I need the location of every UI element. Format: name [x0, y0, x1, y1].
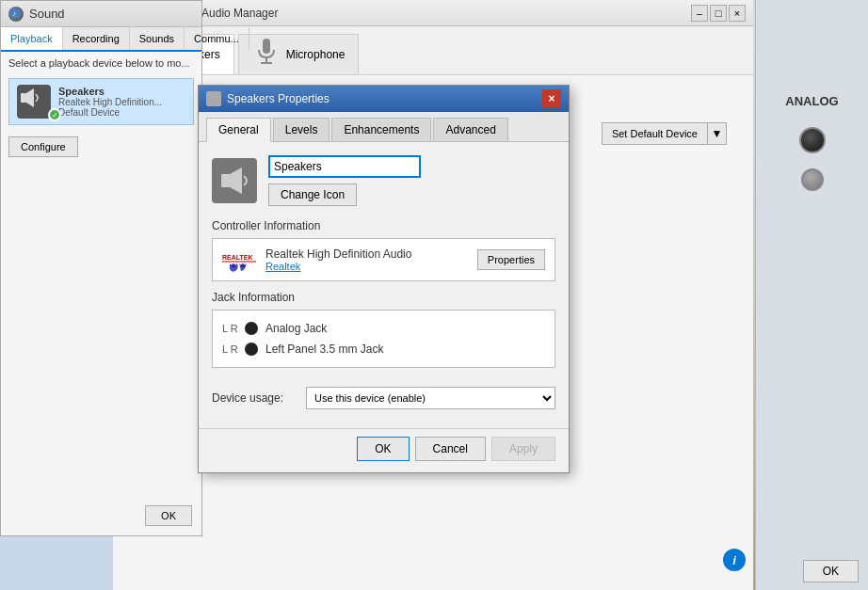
realtek-close-btn[interactable]: ×	[729, 5, 746, 22]
realtek-titlebar: ♪ Realtek HD Audio Manager – □ ×	[113, 0, 753, 26]
jack-lr-2: L R	[222, 343, 245, 355]
dialog-body: Change Icon Controller Information REALT…	[199, 142, 569, 428]
sound-instruction: Select a playback device below to mo...	[1, 52, 201, 74]
dialog-apply-btn: Apply	[491, 437, 555, 461]
controller-name: Realtek High Definition Audio	[265, 247, 477, 261]
svg-rect-16	[221, 174, 230, 187]
name-area: Change Icon	[268, 155, 555, 206]
tab-advanced-dialog[interactable]: Advanced	[433, 118, 507, 141]
controller-properties-btn[interactable]: Properties	[477, 249, 545, 270]
svg-marker-17	[230, 167, 242, 194]
set-default-arrow-btn[interactable]: ▼	[708, 122, 727, 145]
svg-rect-7	[263, 39, 270, 54]
device-sub1: Realtek High Definition...	[58, 97, 162, 107]
tab-general[interactable]: General	[206, 118, 271, 142]
controller-section-label: Controller Information	[212, 219, 555, 232]
analog-panel: ANALOG	[755, 0, 868, 590]
tab-enhancements[interactable]: Enhancements	[331, 118, 431, 141]
svg-rect-12	[21, 93, 26, 103]
device-item-speaker-icon	[17, 85, 51, 119]
svg-marker-13	[26, 88, 34, 107]
tab-sounds[interactable]: Sounds	[130, 27, 185, 50]
dialog-title-text: Speakers Properties	[227, 92, 542, 105]
sound-tabs: Playback Recording Sounds Commu...	[1, 27, 201, 52]
controller-sub[interactable]: Realtek	[265, 261, 477, 272]
dialog-title-icon	[206, 91, 221, 106]
jack-label-1: Analog Jack	[265, 322, 327, 335]
svg-marker-15	[214, 94, 218, 104]
tab-communications[interactable]: Commu...	[185, 27, 249, 50]
controller-section-box: REALTEK Realtek High Definition Audio Re…	[212, 238, 555, 281]
set-default-btn[interactable]: Set Default Device	[602, 122, 708, 145]
jack-lr-1: L R	[222, 323, 245, 334]
sound-icon: ♪	[8, 7, 24, 22]
dialog-cancel-btn[interactable]: Cancel	[415, 437, 486, 461]
speakers-name-input[interactable]	[268, 155, 421, 178]
svg-rect-14	[209, 96, 214, 104]
device-item-speakers[interactable]: ✓ Speakers Realtek High Definition... De…	[8, 78, 194, 125]
jack-row-1: L R Analog Jack	[222, 318, 545, 339]
analog-knob-1	[799, 127, 826, 153]
svg-text:♪: ♪	[12, 9, 16, 18]
sound-title: Sound	[29, 7, 65, 21]
sound-ok-btn[interactable]: OK	[145, 505, 192, 526]
device-usage-row: Device usage: Use this device (enable) D…	[212, 377, 555, 415]
icon-name-row: Change Icon	[212, 155, 555, 206]
dialog-tabs: General Levels Enhancements Advanced	[199, 112, 569, 142]
controller-info: Realtek High Definition Audio Realtek	[265, 247, 477, 272]
dialog-titlebar: Speakers Properties ×	[199, 86, 569, 112]
realtek-maximize-btn[interactable]: □	[710, 5, 727, 22]
dialog-close-btn[interactable]: ×	[542, 89, 561, 108]
tab-recording[interactable]: Recording	[63, 27, 130, 50]
device-item-icon-wrapper: ✓	[17, 85, 58, 119]
default-device-check: ✓	[48, 108, 61, 121]
bottom-ok-btn[interactable]: OK	[803, 560, 859, 582]
jack-dot-1	[245, 322, 258, 335]
dialog-ok-btn[interactable]: OK	[357, 437, 409, 461]
svg-text:REALTEK: REALTEK	[222, 254, 253, 261]
microphone-tab-icon	[252, 40, 281, 69]
realtek-minimize-btn[interactable]: –	[691, 5, 708, 22]
device-usage-select[interactable]: Use this device (enable) Don't use this …	[306, 387, 555, 409]
dialog-footer: OK Cancel Apply	[199, 428, 569, 472]
svg-point-21	[241, 263, 245, 267]
jack-section-label: Jack Information	[212, 291, 555, 304]
realtek-title: Realtek HD Audio Manager	[141, 7, 689, 20]
svg-point-20	[232, 263, 235, 267]
analog-knob-2	[801, 168, 824, 191]
configure-btn[interactable]: Configure	[8, 136, 78, 157]
tab-microphone[interactable]: Microphone	[238, 34, 360, 74]
change-icon-btn[interactable]: Change Icon	[268, 183, 357, 206]
microphone-tab-label: Microphone	[286, 48, 346, 61]
set-default-area: Set Default Device ▼	[602, 122, 727, 145]
jack-row-2: L R Left Panel 3.5 mm Jack	[222, 339, 545, 359]
jack-label-2: Left Panel 3.5 mm Jack	[265, 343, 383, 356]
realtek-logo: REALTEK	[222, 247, 256, 273]
device-info: Speakers Realtek High Definition... Defa…	[58, 86, 162, 118]
device-usage-label: Device usage:	[212, 391, 306, 405]
device-sub2: Default Device	[58, 107, 162, 118]
jack-dot-2	[245, 343, 258, 356]
sound-titlebar: ♪ Sound	[1, 1, 201, 27]
tab-levels[interactable]: Levels	[273, 118, 330, 141]
analog-label: ANALOG	[785, 94, 838, 108]
device-name: Speakers	[58, 86, 162, 97]
sound-panel: ♪ Sound Playback Recording Sounds Commu.…	[0, 0, 202, 536]
speakers-properties-dialog: Speakers Properties × General Levels Enh…	[198, 85, 570, 473]
controller-row: REALTEK Realtek High Definition Audio Re…	[222, 247, 545, 273]
jack-section-box: L R Analog Jack L R Left Panel 3.5 mm Ja…	[212, 310, 555, 368]
info-btn[interactable]: i	[723, 549, 746, 571]
dialog-speaker-icon	[212, 158, 257, 203]
tab-playback[interactable]: Playback	[1, 27, 63, 50]
